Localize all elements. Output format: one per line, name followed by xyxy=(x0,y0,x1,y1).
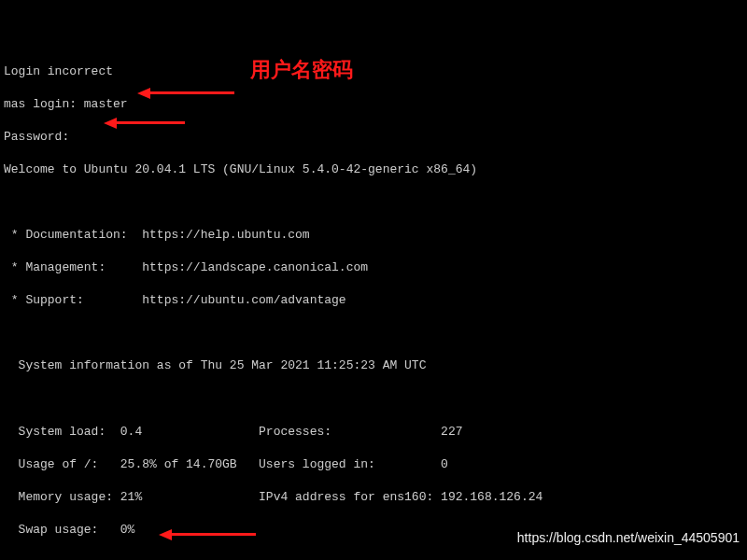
sysinfo-line-1: System load: 0.4 Processes: 227 xyxy=(4,424,743,441)
welcome-line: Welcome to Ubuntu 20.04.1 LTS (GNU/Linux… xyxy=(4,161,743,178)
sysinfo-header-line: System information as of Thu 25 Mar 2021… xyxy=(4,357,743,374)
sysinfo-line-3: Memory usage: 21% IPv4 address for ens16… xyxy=(4,489,743,506)
watermark-text: https://blog.csdn.net/weixin_44505901 xyxy=(517,529,740,547)
login-incorrect-line: Login incorrect xyxy=(4,63,743,80)
mgmt-link-line: * Management: https://landscape.canonica… xyxy=(4,259,743,276)
support-link-line: * Support: https://ubuntu.com/advantage xyxy=(4,292,743,309)
doc-link-line: * Documentation: https://help.ubuntu.com xyxy=(4,227,743,244)
login-prompt-line: mas login: master xyxy=(4,96,743,113)
sysinfo-line-2: Usage of /: 25.8% of 14.70GB Users logge… xyxy=(4,456,743,473)
password-prompt-line: Password: xyxy=(4,129,743,146)
annotation-label: 用户名密码 xyxy=(250,56,353,84)
